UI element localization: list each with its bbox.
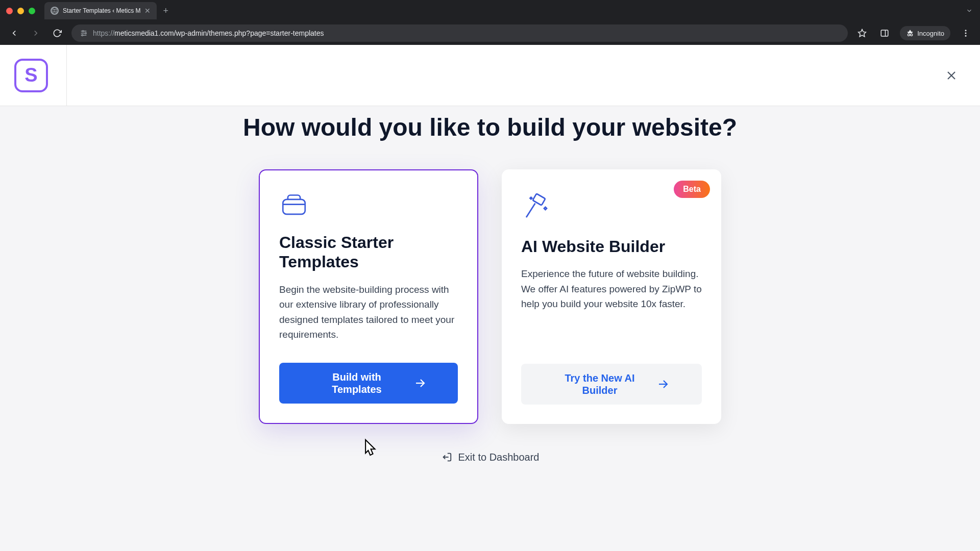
site-settings-icon[interactable] xyxy=(80,29,88,37)
magic-wand-icon xyxy=(521,192,702,222)
chevron-down-icon[interactable] xyxy=(966,7,973,14)
try-ai-builder-button[interactable]: Try the New AI Builder xyxy=(521,364,702,405)
tab-title: Starter Templates ‹ Metics M xyxy=(63,7,140,14)
browser-chrome: Starter Templates ‹ Metics M ✕ + https:/… xyxy=(0,0,980,45)
ai-card-title: AI Website Builder xyxy=(521,237,702,256)
build-with-templates-button[interactable]: Build with Templates xyxy=(279,363,458,404)
svg-point-3 xyxy=(82,35,83,36)
logo-letter: S xyxy=(24,64,37,86)
button-label: Try the New AI Builder xyxy=(554,372,646,396)
close-button[interactable] xyxy=(941,65,962,86)
url-text: https://meticsmedia1.com/wp-admin/themes… xyxy=(93,29,324,37)
tab-bar: Starter Templates ‹ Metics M ✕ + xyxy=(0,0,980,21)
minimize-window-button[interactable] xyxy=(17,8,24,14)
svg-point-8 xyxy=(911,34,913,36)
toolbar-right: Incognito xyxy=(855,26,973,40)
ai-card-description: Experience the future of website buildin… xyxy=(521,266,702,343)
app-content: S How would you like to build your websi… xyxy=(0,45,980,551)
arrow-right-icon xyxy=(657,378,669,390)
app-header: S xyxy=(0,45,980,106)
svg-point-11 xyxy=(965,33,967,34)
cards-row: Classic Starter Templates Begin the webs… xyxy=(0,169,980,424)
svg-marker-4 xyxy=(859,30,866,37)
close-window-button[interactable] xyxy=(6,8,13,14)
header-divider xyxy=(66,45,67,106)
browser-toolbar: https://meticsmedia1.com/wp-admin/themes… xyxy=(0,21,980,45)
classic-card-description: Begin the website-building process with … xyxy=(279,282,458,342)
incognito-icon xyxy=(906,29,914,37)
briefcase-icon xyxy=(279,193,458,218)
side-panel-icon[interactable] xyxy=(877,26,892,40)
forward-button[interactable] xyxy=(29,26,43,40)
svg-rect-5 xyxy=(881,30,888,36)
menu-icon[interactable] xyxy=(959,26,973,40)
exit-icon xyxy=(441,452,452,463)
svg-rect-15 xyxy=(283,199,305,214)
svg-point-12 xyxy=(965,35,967,37)
svg-point-1 xyxy=(82,31,84,32)
svg-point-10 xyxy=(965,30,967,31)
button-label: Build with Templates xyxy=(311,371,403,395)
globe-icon xyxy=(51,7,59,15)
window-controls xyxy=(6,8,35,14)
new-tab-button[interactable]: + xyxy=(163,6,168,16)
app-logo[interactable]: S xyxy=(14,59,48,92)
page-title: How would you like to build your website… xyxy=(0,112,980,143)
back-button[interactable] xyxy=(7,26,21,40)
classic-card-title: Classic Starter Templates xyxy=(279,233,458,272)
beta-badge: Beta xyxy=(674,181,710,198)
maximize-window-button[interactable] xyxy=(29,8,35,14)
ai-builder-card[interactable]: Beta AI Website Builder Experience the f… xyxy=(502,169,721,424)
incognito-badge[interactable]: Incognito xyxy=(900,26,950,40)
svg-point-7 xyxy=(908,34,910,36)
svg-line-18 xyxy=(526,204,535,218)
svg-point-2 xyxy=(85,33,87,34)
arrow-right-icon xyxy=(414,377,426,389)
url-bar[interactable]: https://meticsmedia1.com/wp-admin/themes… xyxy=(71,24,848,42)
incognito-label: Incognito xyxy=(917,30,944,37)
logo-wrap: S xyxy=(14,45,67,106)
exit-to-dashboard-link[interactable]: Exit to Dashboard xyxy=(0,452,980,463)
browser-tab[interactable]: Starter Templates ‹ Metics M ✕ xyxy=(44,2,157,19)
reload-button[interactable] xyxy=(50,26,64,40)
classic-templates-card[interactable]: Classic Starter Templates Begin the webs… xyxy=(259,169,478,424)
bookmark-icon[interactable] xyxy=(855,26,869,40)
exit-label: Exit to Dashboard xyxy=(458,452,540,463)
close-tab-button[interactable]: ✕ xyxy=(144,7,151,15)
